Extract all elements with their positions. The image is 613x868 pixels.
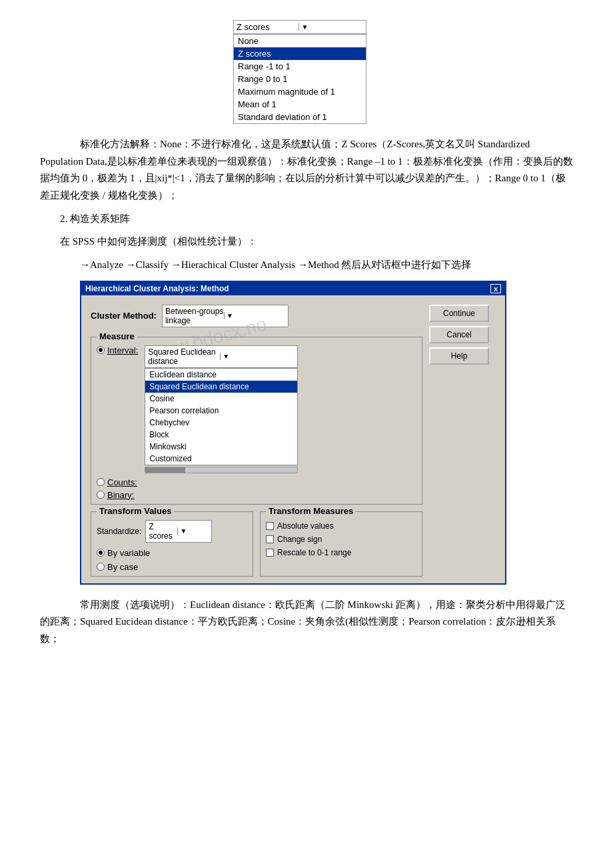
section-2-title: 2. 构造关系矩阵 xyxy=(40,211,573,228)
interval-item-chebychev[interactable]: Chebychev xyxy=(145,417,297,429)
cluster-method-value: Between-groups linkage xyxy=(165,307,224,325)
interval-item-euclidean[interactable]: Euclidean distance xyxy=(145,369,297,381)
dropdown-item-mean[interactable]: Mean of 1 xyxy=(234,98,366,111)
by-variable-radio-dot xyxy=(97,549,105,557)
standardize-dropdown[interactable]: Z scores ▼ xyxy=(233,20,366,34)
transform-section: Transform Values Standardize: Z scores ▼ xyxy=(91,511,422,577)
interval-item-block[interactable]: Block xyxy=(145,429,297,441)
paragraph-standardize-explanation: 标准化方法解释：None：不进行标准化，这是系统默认值；Z Scores（Z-S… xyxy=(40,136,573,204)
top-dropdown-section: Z scores ▼ None Z scores Range -1 to 1 R… xyxy=(233,20,380,124)
cancel-button[interactable]: Cancel xyxy=(429,326,489,343)
interval-value: Squared Euclidean distance xyxy=(148,347,220,366)
transform-measures-legend: Transform Measures xyxy=(266,506,356,516)
transform-measures-group: Transform Measures Absolute values Chang… xyxy=(260,511,422,577)
dropdown-item-zscores[interactable]: Z scores xyxy=(234,47,366,60)
counts-row: Counts: xyxy=(97,477,416,487)
absolute-values-checkbox[interactable] xyxy=(266,522,274,530)
dropdown-current-value: Z scores xyxy=(237,22,299,32)
continue-button[interactable]: Continue xyxy=(429,305,489,322)
interval-item-cosine[interactable]: Cosine xyxy=(145,393,297,405)
paragraph-spss-measure: 在 SPSS 中如何选择测度（相似性统计量）： xyxy=(40,233,573,251)
paragraph-navigate: →Analyze →Classify →Hierachical Cluster … xyxy=(40,257,573,274)
standardize-value: Z scores xyxy=(149,522,177,541)
binary-row: Binary: xyxy=(97,490,416,500)
counts-radio-label[interactable]: Counts: xyxy=(97,477,137,487)
cluster-method-label: Cluster Method: xyxy=(91,311,157,321)
rescale-label: Rescale to 0-1 range xyxy=(277,548,351,557)
dropdown-item-max-mag[interactable]: Maximum magnitude of 1 xyxy=(234,85,366,98)
standardize-arrow: ▼ xyxy=(177,527,209,535)
interval-arrow: ▼ xyxy=(220,353,295,360)
dropdown-item-range-1[interactable]: Range -1 to 1 xyxy=(234,60,366,73)
counts-label: Counts: xyxy=(107,477,137,487)
binary-label: Binary: xyxy=(107,490,134,500)
dialog-close-button[interactable]: x xyxy=(490,284,501,293)
by-case-row: By case xyxy=(97,562,247,572)
interval-item-minkowski[interactable]: Minkowski xyxy=(145,441,297,453)
interval-item-customized[interactable]: Customized xyxy=(145,453,297,465)
change-sign-row: Change sign xyxy=(266,535,416,544)
paragraph-common-measures: 常用测度（选项说明）：Euclidean distance：欧氏距离（二阶 Mi… xyxy=(40,597,573,648)
transform-values-group: Transform Values Standardize: Z scores ▼ xyxy=(91,511,253,577)
dialog-wrapper: Hierarchical Cluster Analysis: Method x … xyxy=(80,281,573,585)
by-variable-row: By variable xyxy=(97,548,247,558)
by-case-radio[interactable]: By case xyxy=(97,562,138,572)
binary-radio-label[interactable]: Binary: xyxy=(97,490,134,500)
dropdown-arrow-icon: ▼ xyxy=(299,23,364,31)
interval-radio-dot xyxy=(97,346,105,354)
interval-scrollbar[interactable] xyxy=(145,467,298,473)
cluster-method-arrow: ▼ xyxy=(224,312,285,319)
dialog-left-panel: Cluster Method: Between-groups linkage ▼… xyxy=(91,305,422,577)
dropdown-list: None Z scores Range -1 to 1 Range 0 to 1… xyxy=(233,34,366,124)
standardize-dropdown-inner[interactable]: Z scores ▼ xyxy=(145,520,212,543)
dropdown-item-std[interactable]: Standard deviation of 1 xyxy=(234,111,366,123)
help-button[interactable]: Help xyxy=(429,347,489,365)
interval-dropdown[interactable]: Squared Euclidean distance ▼ xyxy=(145,345,298,368)
standardize-label: Standardize: xyxy=(97,527,141,536)
dialog-title: Hierarchical Cluster Analysis: Method xyxy=(85,284,229,293)
interval-item-pearson[interactable]: Pearson correlation xyxy=(145,405,297,417)
scrollbar-thumb xyxy=(145,467,185,473)
hierarchical-cluster-dialog: Hierarchical Cluster Analysis: Method x … xyxy=(80,281,506,585)
transform-values-legend: Transform Values xyxy=(97,506,174,516)
dialog-body: www.bdocx.no Cluster Method: Between-gro… xyxy=(81,295,505,583)
cluster-method-row: Cluster Method: Between-groups linkage ▼ xyxy=(91,305,422,327)
by-variable-radio[interactable]: By variable xyxy=(97,548,150,558)
by-case-label: By case xyxy=(107,562,138,572)
counts-radio-dot xyxy=(97,478,105,486)
rescale-row: Rescale to 0-1 range xyxy=(266,548,416,557)
by-case-radio-dot xyxy=(97,563,105,571)
standardize-row: Standardize: Z scores ▼ xyxy=(97,520,247,543)
rescale-checkbox[interactable] xyxy=(266,549,274,557)
interval-radio-label[interactable]: Interval: xyxy=(97,345,138,355)
dialog-titlebar: Hierarchical Cluster Analysis: Method x xyxy=(81,282,505,295)
change-sign-label: Change sign xyxy=(277,535,322,544)
cluster-method-dropdown[interactable]: Between-groups linkage ▼ xyxy=(162,305,289,327)
interval-label: Interval: xyxy=(107,345,138,355)
measure-legend: Measure xyxy=(97,331,137,341)
by-variable-label: By variable xyxy=(107,548,150,558)
measure-group: Measure Interval: Squared Euclidean dist… xyxy=(91,337,422,505)
dialog-right-buttons: Continue Cancel Help xyxy=(429,305,496,577)
absolute-values-row: Absolute values xyxy=(266,521,416,531)
interval-dropdown-list: Euclidean distance Squared Euclidean dis… xyxy=(145,368,298,465)
binary-radio-dot xyxy=(97,491,105,499)
dropdown-item-range-0[interactable]: Range 0 to 1 xyxy=(234,73,366,85)
change-sign-checkbox[interactable] xyxy=(266,535,274,543)
interval-item-squared-euclidean[interactable]: Squared Euclidean distance xyxy=(145,381,297,393)
absolute-values-label: Absolute values xyxy=(277,521,334,531)
dropdown-item-none[interactable]: None xyxy=(234,35,366,47)
interval-row: Interval: Squared Euclidean distance ▼ E… xyxy=(97,345,416,473)
